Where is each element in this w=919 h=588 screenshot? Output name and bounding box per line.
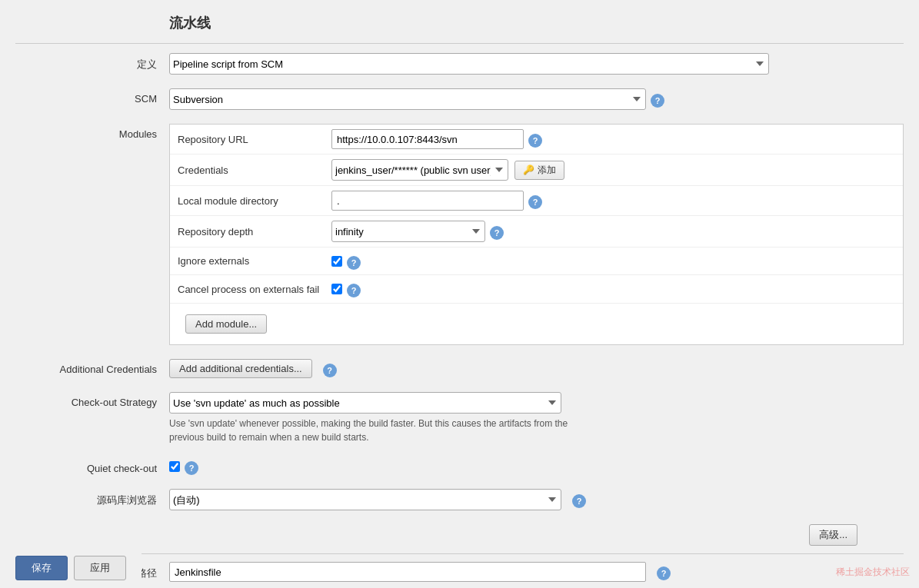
cancel-process-checkbox[interactable] xyxy=(331,284,342,294)
credentials-label: Credentials xyxy=(178,164,331,176)
script-path-help-icon[interactable]: ? xyxy=(657,566,671,580)
add-additional-credentials-button[interactable]: Add additional credentials... xyxy=(169,359,312,378)
cancel-process-label: Cancel process on externals fail xyxy=(178,284,331,295)
quiet-checkout-help-icon[interactable]: ? xyxy=(185,461,198,475)
repo-url-input[interactable] xyxy=(331,129,524,149)
apply-button[interactable]: 应用 xyxy=(74,556,126,580)
local-module-help-icon[interactable]: ? xyxy=(528,195,542,209)
definition-select[interactable]: Pipeline script from SCM xyxy=(169,53,769,75)
credentials-select[interactable]: jenkins_user/****** (public svn user) xyxy=(331,159,508,181)
repo-depth-select[interactable]: infinity xyxy=(331,221,485,242)
section-title: 流水线 xyxy=(169,14,211,32)
key-icon: 🔑 xyxy=(523,164,534,175)
modules-container: Repository URL ? Credentials jenkins_ xyxy=(169,124,904,345)
additional-credentials-help-icon[interactable]: ? xyxy=(323,364,337,377)
ignore-externals-checkbox[interactable] xyxy=(331,256,342,267)
ignore-externals-help-icon[interactable]: ? xyxy=(347,256,361,270)
repo-url-help-icon[interactable]: ? xyxy=(528,134,542,148)
repo-url-label: Repository URL xyxy=(178,134,331,145)
checkout-description: Use 'svn update' whenever possible, maki… xyxy=(169,417,577,444)
local-module-label: Local module directory xyxy=(178,195,331,207)
checkout-strategy-label: Check-out Strategy xyxy=(15,392,169,408)
modules-label: Modules xyxy=(15,124,169,140)
add-module-button[interactable]: Add module... xyxy=(185,314,267,334)
quiet-checkout-checkbox[interactable] xyxy=(169,461,180,472)
source-browser-select[interactable]: (自动) xyxy=(169,489,561,510)
script-path-input[interactable] xyxy=(169,562,646,582)
quiet-checkout-label: Quiet check-out xyxy=(15,458,169,474)
scm-select[interactable]: Subversion xyxy=(169,88,646,110)
ignore-externals-label: Ignore externals xyxy=(178,255,331,267)
additional-credentials-label: Additional Credentials xyxy=(15,359,169,375)
add-label: 添加 xyxy=(538,164,556,177)
repo-depth-help-icon[interactable]: ? xyxy=(490,226,504,240)
save-button[interactable]: 保存 xyxy=(15,556,68,580)
scm-help-icon[interactable]: ? xyxy=(651,94,664,108)
scm-label: SCM xyxy=(15,88,169,105)
definition-label: 定义 xyxy=(15,53,169,71)
repo-depth-label: Repository depth xyxy=(178,226,331,238)
source-browser-label: 源码库浏览器 xyxy=(15,489,169,507)
bottom-buttons: 保存 应用 xyxy=(0,548,142,588)
cancel-process-help-icon[interactable]: ? xyxy=(347,284,361,297)
add-credentials-button[interactable]: 🔑 添加 xyxy=(514,161,564,180)
advanced-button[interactable]: 高级... xyxy=(809,524,857,546)
checkout-strategy-select[interactable]: Use 'svn update' as much as possible xyxy=(169,392,561,414)
local-module-input[interactable] xyxy=(331,191,524,211)
source-browser-help-icon[interactable]: ? xyxy=(572,494,586,508)
